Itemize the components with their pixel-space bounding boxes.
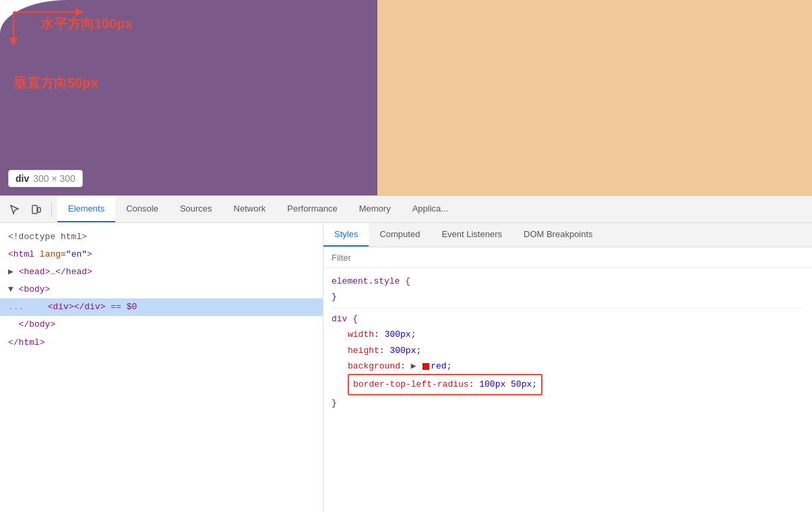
label-horizontal: 水平方向100px bbox=[40, 15, 133, 33]
dom-line[interactable]: ▼ <body> bbox=[0, 281, 323, 298]
style-rule-div: div { width: 300px; height: 300px; backg… bbox=[323, 309, 812, 414]
styles-panel: Styles Computed Event Listeners DOM Brea… bbox=[323, 223, 812, 512]
style-brace: } bbox=[332, 292, 337, 302]
prop-border-radius[interactable]: border-top-left-radius: 100px 50px; bbox=[348, 379, 542, 389]
dom-line-selected[interactable]: ... <div></div> == $0 bbox=[0, 298, 323, 316]
dom-panel[interactable]: <!doctype html> <html lang="en"> ▶ <head… bbox=[0, 223, 323, 512]
dom-line: </body> bbox=[0, 316, 323, 333]
inspect-icon[interactable] bbox=[5, 200, 24, 219]
element-tooltip: div 300 × 300 bbox=[8, 170, 83, 187]
val-background: red bbox=[431, 361, 446, 371]
styles-tab-styles[interactable]: Styles bbox=[323, 223, 369, 247]
tab-application[interactable]: Applica... bbox=[402, 196, 459, 222]
div-selector: div { bbox=[332, 314, 358, 324]
devtools-main: <!doctype html> <html lang="en"> ▶ <head… bbox=[0, 223, 812, 512]
filter-input[interactable] bbox=[332, 253, 804, 263]
prop-height: height bbox=[348, 346, 379, 356]
tab-memory[interactable]: Memory bbox=[348, 196, 402, 222]
prop-background: background bbox=[348, 361, 400, 371]
color-swatch-red[interactable] bbox=[423, 363, 429, 370]
devtools-panel: Elements Console Sources Network Perform… bbox=[0, 195, 812, 512]
val-height: 300px bbox=[389, 346, 416, 356]
tab-sources[interactable]: Sources bbox=[169, 196, 223, 222]
tab-network[interactable]: Network bbox=[223, 196, 277, 222]
devtools-toolbar: Elements Console Sources Network Perform… bbox=[0, 196, 812, 223]
preview-box: 水平方向100px 垂直方向50px div 300 × 300 bbox=[0, 0, 377, 195]
tab-elements[interactable]: Elements bbox=[57, 196, 115, 222]
filter-bar bbox=[323, 247, 812, 268]
styles-tab-dom-breakpoints[interactable]: DOM Breakpoints bbox=[513, 223, 604, 247]
styles-tabs: Styles Computed Event Listeners DOM Brea… bbox=[323, 223, 812, 247]
dom-line: <!doctype html> bbox=[0, 228, 323, 246]
style-selector: element.style { bbox=[332, 276, 410, 286]
prop-width: width bbox=[348, 329, 374, 340]
tab-navigation: Elements Console Sources Network Perform… bbox=[57, 196, 459, 222]
dom-line: </html> bbox=[0, 334, 323, 352]
dom-line: <html lang="en"> bbox=[0, 246, 323, 263]
dom-line[interactable]: ▶ <head>…</head> bbox=[0, 263, 323, 281]
tooltip-dimensions: 300 × 300 bbox=[33, 173, 75, 184]
tab-console[interactable]: Console bbox=[115, 196, 169, 222]
preview-area: 水平方向100px 垂直方向50px div 300 × 300 bbox=[0, 0, 812, 195]
styles-content: element.style { } div { width: 300px; he… bbox=[323, 268, 812, 512]
preview-right bbox=[377, 0, 812, 195]
toolbar-divider bbox=[51, 202, 52, 217]
label-vertical: 垂直方向50px bbox=[13, 74, 98, 92]
closing-brace: } bbox=[332, 398, 337, 408]
style-rule-element: element.style { } bbox=[323, 271, 812, 308]
device-icon[interactable] bbox=[27, 200, 46, 219]
tooltip-tag: div bbox=[15, 173, 29, 184]
tab-performance[interactable]: Performance bbox=[276, 196, 348, 222]
styles-tab-event-listeners[interactable]: Event Listeners bbox=[431, 223, 513, 247]
val-border-radius: 100px 50px bbox=[479, 379, 532, 389]
svg-rect-5 bbox=[38, 207, 40, 212]
val-width: 300px bbox=[385, 329, 411, 340]
styles-tab-computed[interactable]: Computed bbox=[369, 223, 431, 247]
svg-rect-4 bbox=[32, 205, 37, 214]
